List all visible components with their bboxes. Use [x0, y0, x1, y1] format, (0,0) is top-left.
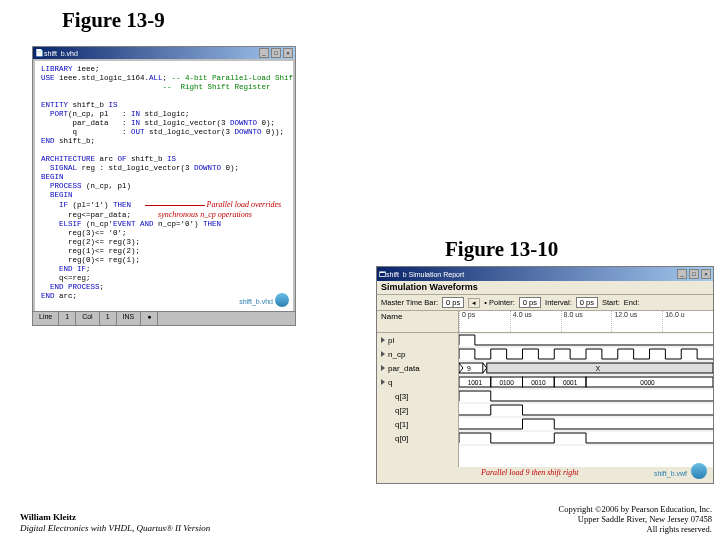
status-line-label: Line [33, 312, 59, 325]
signal-q1[interactable]: q[1] [377, 417, 458, 431]
svg-text:0010: 0010 [531, 379, 546, 386]
name-header: Name [377, 311, 458, 333]
signal-q2[interactable]: q[2] [377, 403, 458, 417]
svg-text:0001: 0001 [563, 379, 578, 386]
code-editor-titlebar: 📄 shift_b.vhd _ □ × [33, 47, 295, 59]
time-ruler: 0 ps4.0 us8.0 us12.0 us16.0 u [459, 311, 713, 333]
status-col-label: Col [76, 312, 100, 325]
signal-q3[interactable]: q[3] [377, 389, 458, 403]
mtb-label: Master Time Bar: [381, 298, 438, 307]
time-tick: 4.0 us [510, 311, 561, 332]
editor-logo-label: shift_b.vhd [239, 298, 273, 305]
simulation-window: 🗔 shift_b Simulation Report _ □ × Simula… [376, 266, 714, 484]
time-tick: 0 ps [459, 311, 510, 332]
status-line-value: 1 [59, 312, 76, 325]
waveform-area[interactable]: 0 ps4.0 us8.0 us12.0 us16.0 u [459, 311, 713, 467]
maximize-button[interactable]: □ [271, 48, 281, 58]
minimize-button[interactable]: _ [259, 48, 269, 58]
status-bar: Line 1 Col 1 INS ● [33, 311, 295, 325]
interval-label: Interval: [545, 298, 572, 307]
footer-copy3: All rights reserved. [558, 524, 712, 534]
footer-book: Digital Electronics with VHDL, Quartus® … [20, 523, 210, 534]
code-editor-window: 📄 shift_b.vhd _ □ × LIBRARY ieee; USE ie… [32, 46, 296, 326]
close-button[interactable]: × [283, 48, 293, 58]
signal-n-cp[interactable]: n_cp [377, 347, 458, 361]
status-mode: INS [117, 312, 142, 325]
signal-par-data[interactable]: par_data [377, 361, 458, 375]
prev-button[interactable]: ◂ [468, 298, 480, 308]
time-tick: 12.0 us [611, 311, 662, 332]
footer-copy1: Copyright ©2006 by Pearson Education, In… [558, 504, 712, 514]
signal-names-column: Name pl n_cp par_data q q[3] q[2] q[1] q… [377, 311, 459, 467]
sim-maximize-button[interactable]: □ [689, 269, 699, 279]
code-area: LIBRARY ieee; USE ieee.std_logic_1164.AL… [35, 61, 293, 311]
signal-q0[interactable]: q[0] [377, 431, 458, 445]
figure-1-heading: Figure 13-9 [62, 8, 165, 33]
waveform-svg: 9 X 1001 0100 0010 0001 0000 [459, 333, 713, 467]
interval-value: 0 ps [576, 297, 598, 308]
status-modified-icon: ● [141, 312, 158, 325]
editor-logo-icon [275, 293, 289, 307]
mtb-value[interactable]: 0 ps [442, 297, 464, 308]
pointer-value: 0 ps [519, 297, 541, 308]
footer-left: William Kleitz Digital Electronics with … [20, 512, 210, 534]
sim-app-icon: 🗔 [379, 271, 386, 278]
figure-2-heading: Figure 13-10 [445, 237, 558, 262]
end-label: End: [624, 298, 639, 307]
sim-subtitle: Simulation Waveforms [377, 281, 713, 295]
status-col-value: 1 [100, 312, 117, 325]
code-editor-title: shift_b.vhd [44, 50, 257, 57]
svg-text:1001: 1001 [468, 379, 483, 386]
start-label: Start: [602, 298, 620, 307]
signal-q[interactable]: q [377, 375, 458, 389]
sim-logo-icon [691, 463, 707, 479]
sim-annotation: Parallel load 9 then shift right [481, 468, 579, 477]
signal-pl[interactable]: pl [377, 333, 458, 347]
sim-close-button[interactable]: × [701, 269, 711, 279]
sim-minimize-button[interactable]: _ [677, 269, 687, 279]
svg-text:X: X [596, 365, 601, 372]
svg-text:0000: 0000 [640, 379, 655, 386]
footer-right: Copyright ©2006 by Pearson Education, In… [558, 504, 712, 534]
footer-author: William Kleitz [20, 512, 210, 523]
sim-title: shift_b Simulation Report [386, 271, 675, 278]
time-tick: 16.0 u [662, 311, 713, 332]
time-tick: 8.0 us [561, 311, 612, 332]
app-icon: 📄 [35, 49, 44, 57]
sim-logo-label: shift_b.vwf [654, 470, 687, 477]
pointer-label: • Pointer: [484, 298, 515, 307]
svg-text:9: 9 [467, 365, 471, 372]
footer-copy2: Upper Saddle River, New Jersey 07458 [558, 514, 712, 524]
sim-toolbar: Master Time Bar: 0 ps ◂ • Pointer: 0 ps … [377, 295, 713, 311]
svg-text:0100: 0100 [499, 379, 514, 386]
sim-titlebar: 🗔 shift_b Simulation Report _ □ × [377, 267, 713, 281]
